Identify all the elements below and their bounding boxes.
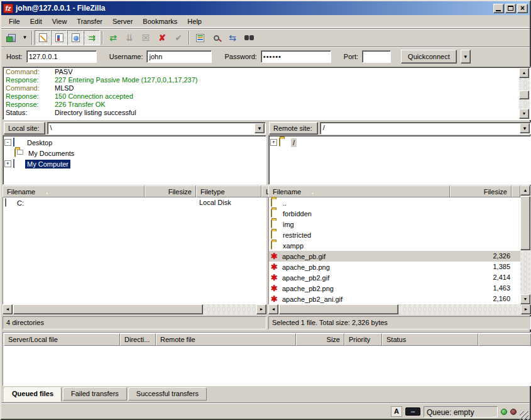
transfer-type-indicator[interactable]: A bbox=[391, 406, 402, 417]
local-site-bar: Local site: \ ▼ bbox=[4, 121, 266, 135]
column-header-filename[interactable]: Filename▲ bbox=[268, 185, 450, 197]
disconnect-button[interactable]: ✘ bbox=[154, 30, 170, 45]
file-row[interactable]: forbidden bbox=[269, 208, 520, 219]
quickconnect-button[interactable]: Quickconnect bbox=[401, 50, 457, 64]
maximize-button[interactable] bbox=[505, 4, 516, 13]
tree-item-my-documents[interactable]: My Documents bbox=[4, 148, 265, 158]
column-header-filesize[interactable]: Filesize bbox=[450, 185, 512, 197]
column-header-size[interactable]: Size bbox=[296, 333, 344, 346]
process-queue-button[interactable]: ⇊ bbox=[121, 30, 138, 45]
resize-grip[interactable] bbox=[520, 411, 528, 420]
maximize-icon bbox=[508, 6, 513, 11]
reconnect-icon: ✔ bbox=[175, 33, 182, 42]
file-row-c-drive[interactable]: C: Local Disk bbox=[3, 197, 266, 208]
tree-item-my-computer[interactable]: + My Computer bbox=[4, 158, 265, 169]
synchronized-browsing-button[interactable]: ⇆ bbox=[224, 30, 241, 45]
tree-collapse-icon[interactable]: - bbox=[4, 139, 11, 146]
reconnect-button[interactable]: ✔ bbox=[170, 30, 187, 45]
menu-bookmarks[interactable]: Bookmarks bbox=[138, 16, 182, 26]
username-input[interactable] bbox=[146, 50, 212, 63]
port-input[interactable] bbox=[362, 50, 391, 63]
directory-comparison-button[interactable] bbox=[208, 30, 224, 45]
local-status-bar: 4 directories bbox=[3, 316, 266, 329]
tab-successful-transfers[interactable]: Successful transfers bbox=[128, 387, 207, 401]
site-manager-button[interactable] bbox=[4, 30, 20, 45]
scroll-down-icon[interactable]: ▼ bbox=[520, 294, 530, 304]
file-row[interactable]: ✱ apache_pb.png 1,385 bbox=[269, 262, 520, 272]
menu-file[interactable]: File bbox=[4, 16, 25, 26]
scroll-up-icon[interactable]: ▲ bbox=[520, 185, 530, 196]
close-button[interactable]: × bbox=[517, 4, 528, 13]
menu-edit[interactable]: Edit bbox=[25, 16, 47, 26]
filter-button[interactable] bbox=[192, 30, 208, 45]
tab-queued-files[interactable]: Queued files bbox=[4, 387, 62, 402]
file-row[interactable]: ✱ apache_pb2_ani.gif 2,160 bbox=[269, 294, 520, 304]
file-row[interactable]: ✱ apache_pb2.gif 2,414 bbox=[269, 272, 520, 283]
column-header-server-local-file[interactable]: Server/Local file bbox=[4, 333, 120, 346]
image-file-icon: ✱ bbox=[271, 252, 281, 260]
remote-horizontal-scrollbar[interactable]: ◄ ► bbox=[268, 304, 531, 315]
host-input[interactable] bbox=[26, 50, 97, 63]
file-type: Local Disk bbox=[199, 199, 231, 206]
site-manager-dropdown[interactable]: ▼ bbox=[20, 30, 30, 45]
find-files-button[interactable] bbox=[241, 30, 257, 45]
cancel-operation-button[interactable]: ☒ bbox=[138, 30, 154, 45]
toggle-remote-tree-button[interactable] bbox=[67, 30, 84, 45]
toggle-queue-button[interactable]: ⇉ bbox=[84, 30, 100, 45]
scrollbar-thumb[interactable] bbox=[520, 196, 530, 250]
tree-item-desktop[interactable]: - Desktop bbox=[4, 137, 265, 148]
sort-ascending-icon: ▲ bbox=[310, 189, 315, 196]
file-name: apache_pb.gif bbox=[282, 253, 326, 260]
file-row[interactable]: ✱ apache_pb2.png 1,463 bbox=[269, 283, 520, 294]
menu-help[interactable]: Help bbox=[182, 16, 207, 26]
tree-item-root[interactable]: + / bbox=[270, 137, 529, 148]
minimize-icon bbox=[496, 10, 501, 11]
quickconnect-dropdown[interactable]: ▼ bbox=[461, 50, 471, 64]
encryption-indicator-icon: ▪▪▪ bbox=[405, 407, 420, 416]
scroll-left-icon[interactable]: ◄ bbox=[268, 304, 278, 314]
remote-vertical-scrollbar[interactable]: ▲ ▼ bbox=[520, 185, 531, 304]
file-name: .. bbox=[283, 199, 287, 207]
scroll-right-icon[interactable]: ► bbox=[521, 304, 531, 314]
local-site-dropdown[interactable]: ▼ bbox=[255, 123, 265, 133]
remote-site-combobox[interactable]: / ▼ bbox=[320, 122, 531, 135]
scrollbar-thumb[interactable] bbox=[279, 304, 398, 314]
column-header-filesize[interactable]: Filesize bbox=[145, 185, 196, 197]
scroll-down-icon[interactable]: ▼ bbox=[519, 109, 529, 119]
menu-server[interactable]: Server bbox=[107, 16, 138, 26]
scroll-right-icon[interactable]: ► bbox=[256, 304, 266, 314]
file-row[interactable]: xampp bbox=[269, 240, 520, 251]
log-vertical-scrollbar[interactable]: ▲ ▼ bbox=[519, 68, 530, 119]
menu-transfer[interactable]: Transfer bbox=[72, 16, 107, 26]
column-header-status[interactable]: Status bbox=[382, 333, 478, 346]
column-header-filename[interactable]: Filename▲ bbox=[3, 185, 145, 197]
menu-view[interactable]: View bbox=[47, 16, 72, 26]
local-site-combobox[interactable]: \ ▼ bbox=[47, 122, 266, 135]
local-horizontal-scrollbar[interactable]: ◄ ► bbox=[3, 304, 266, 315]
scrollbar-thumb[interactable] bbox=[519, 91, 529, 99]
remote-site-label: Remote site: bbox=[269, 122, 318, 135]
title-bar[interactable]: fz john@127.0.0.1 - FileZilla × bbox=[1, 1, 530, 15]
tab-failed-transfers[interactable]: Failed transfers bbox=[63, 387, 127, 401]
column-header-remote-file[interactable]: Remote file bbox=[156, 333, 296, 346]
tree-expand-icon[interactable]: + bbox=[4, 160, 11, 167]
minimize-button[interactable] bbox=[493, 4, 504, 13]
column-header-direction[interactable]: Directi... bbox=[120, 333, 156, 346]
toggle-message-log-button[interactable] bbox=[35, 30, 51, 45]
file-row[interactable]: restricted bbox=[269, 229, 520, 240]
scroll-left-icon[interactable]: ◄ bbox=[3, 304, 13, 314]
toggle-local-tree-button[interactable] bbox=[51, 30, 67, 45]
refresh-button[interactable]: ⇄ bbox=[105, 30, 121, 45]
file-row[interactable]: .. bbox=[269, 197, 520, 208]
activity-led-green bbox=[501, 409, 507, 415]
file-row[interactable]: img bbox=[269, 219, 520, 229]
tree-expand-icon[interactable]: + bbox=[270, 139, 277, 146]
password-input[interactable] bbox=[261, 50, 331, 63]
scroll-up-icon[interactable]: ▲ bbox=[519, 68, 529, 78]
file-row-selected[interactable]: ✱ apache_pb.gif 2,326 bbox=[269, 251, 520, 262]
column-header-filetype[interactable]: Filetype bbox=[196, 185, 261, 197]
scrollbar-thumb[interactable] bbox=[13, 304, 203, 314]
column-header-priority[interactable]: Priority bbox=[344, 333, 382, 346]
remote-site-dropdown[interactable]: ▼ bbox=[520, 123, 530, 133]
menu-bar: File Edit View Transfer Server Bookmarks… bbox=[1, 15, 530, 28]
